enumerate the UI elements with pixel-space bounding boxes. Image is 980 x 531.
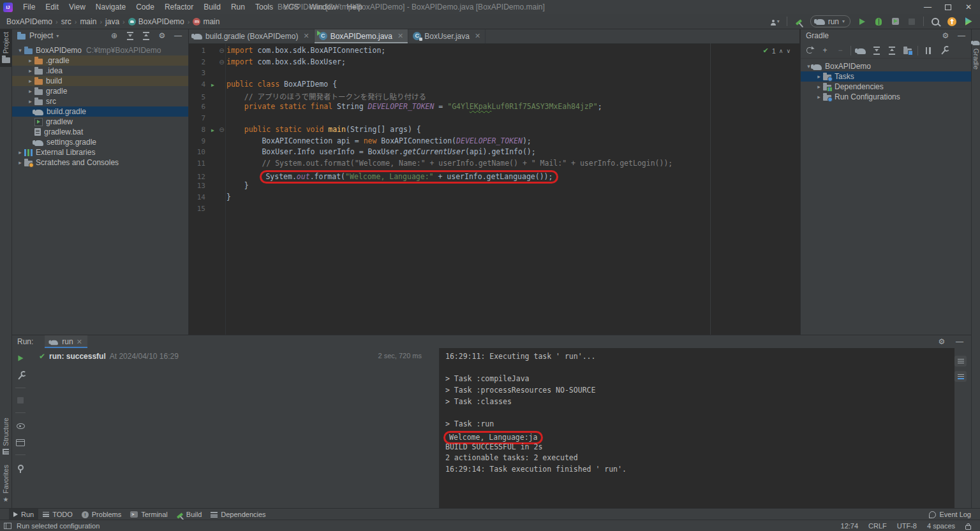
gradle-hide-button[interactable]: — [956,31,967,41]
code-line[interactable]: 1⊖import com.box.sdk.BoxAPIConnection; [189,46,799,57]
search-everywhere-button[interactable] [930,17,940,27]
close-icon[interactable]: ✕ [397,32,403,40]
menu-item-build[interactable]: Build [198,0,226,14]
run-console[interactable]: 16:29:11: Executing task ' run'...> Task… [439,348,954,509]
code-line[interactable]: 11 // System.out.format("Welcome, Name:"… [189,159,799,170]
stripe-tab-project[interactable]: Project [0,29,11,67]
project-tree-item-idea[interactable]: ▸.idea [12,66,188,76]
breadcrumb-item-boxapidemo[interactable]: BoxAPIDemo [5,17,54,26]
hide-panel-button[interactable]: — [173,31,183,41]
gradle-collapse-all-button[interactable] [887,45,897,55]
soft-wrap-button[interactable] [954,356,967,367]
breadcrumb-item-main[interactable]: main [191,17,221,26]
event-log-button[interactable]: Event Log [929,511,971,518]
console-layout-button[interactable] [15,437,26,447]
fold-icon[interactable]: ⊖ [217,126,226,133]
code-line[interactable]: 10 BoxUser.Info userInfo = BoxUser.getCu… [189,147,799,159]
close-icon[interactable]: ✕ [77,338,82,346]
code-line[interactable]: 4▶public class BoxAPIDemo { [189,80,799,91]
toolwindow-button-dependencies[interactable]: Dependencies [206,509,270,520]
code-line[interactable]: 12 System.out.format("Welcome, Language:… [189,170,799,182]
minimize-button[interactable]: — [917,0,938,14]
pin-tab-button[interactable] [15,462,26,472]
collapse-all-button[interactable] [141,31,151,41]
menu-item-code[interactable]: Code [131,0,160,14]
stripe-tab-favorites[interactable]: Favorites ★ [2,465,10,503]
toolwindow-button-terminal[interactable]: Terminal [126,509,172,520]
toolwindow-button-build[interactable]: Build [172,509,206,520]
breadcrumb-item-main[interactable]: main [78,17,98,26]
code-viewport[interactable]: 1⊖import com.box.sdk.BoxAPIConnection;2⊖… [189,43,799,335]
line-separator[interactable]: CRLF [868,522,887,530]
gradle-settings-button[interactable]: ⚙ [940,31,951,41]
close-icon[interactable]: ✕ [303,32,309,40]
menu-item-tools[interactable]: Tools [250,0,278,14]
gradle-refresh-button[interactable] [805,45,815,55]
settings-button[interactable]: ⚙ [157,31,167,41]
gradle-attach-button[interactable]: + [820,45,830,55]
menu-item-refactor[interactable]: Refactor [160,0,198,14]
project-tree-item-gradlew-bat[interactable]: gradlew.bat [12,127,188,137]
run-config-select[interactable]: run ▾ [810,15,850,27]
run-tab[interactable]: run ✕ [45,335,87,348]
stripe-tab-gradle[interactable]: Gradle [972,39,980,69]
rerun-button[interactable] [15,353,26,363]
breadcrumb-item-boxapidemo[interactable]: BoxAPIDemo [127,17,186,26]
project-tree-item-build-gradle[interactable]: build.gradle [12,106,188,117]
code-line[interactable]: 3 [189,68,799,80]
project-tree-item-src[interactable]: ▸src [12,96,188,106]
project-tree-item-settings-gradle[interactable]: settings.gradle [12,137,188,147]
project-tree-item-external-libraries[interactable]: ▸External Libraries [12,147,188,157]
menu-item-navigate[interactable]: Navigate [91,0,131,14]
project-tree-item-boxapidemo[interactable]: ▾BoxAPIDemoC:¥tmp¥BoxAPIDemo [12,45,188,55]
app-icon[interactable]: IJ [3,3,13,12]
run-gutter-icon[interactable]: ▶ [209,127,217,133]
inspection-widget[interactable]: ✔ 1 ∧ ∨ [762,47,791,55]
project-panel-title[interactable]: Project [29,31,53,40]
locate-file-button[interactable]: ⊕ [109,31,119,41]
project-tree-item-build[interactable]: ▸build [12,76,188,86]
project-tree-item-gradlew[interactable]: gradlew [12,117,188,127]
coverage-button[interactable] [890,17,900,27]
indent-setting[interactable]: 4 spaces [927,522,955,530]
run-result-row[interactable]: ✔ run: successful At 2024/04/10 16:29 2 … [39,352,422,361]
editor-tab-boxapidemo-java[interactable]: BoxAPIDemo.java✕ [315,29,409,43]
project-tree-item-gradle[interactable]: ▸.gradle [12,55,188,66]
show-passed-button[interactable] [15,420,26,430]
scroll-to-end-button[interactable] [954,371,967,382]
breadcrumb-item-java[interactable]: java [104,17,121,26]
gradle-offline-mode-button[interactable] [923,45,933,55]
stop-process-button[interactable] [15,395,26,405]
toolwindow-button-run[interactable]: Run [9,509,38,520]
code-line[interactable]: 2⊖import com.box.sdk.BoxUser; [189,57,799,69]
editor-tab-build-gradle-boxapidemo[interactable]: build.gradle (BoxAPIDemo)✕ [189,29,315,43]
editor-tab-boxuser-java[interactable]: BoxUser.java✕ [408,29,486,43]
breadcrumb-item-src[interactable]: src [60,17,73,26]
code-line[interactable]: 7 [189,113,799,125]
project-tree-item-gradle[interactable]: ▸gradle [12,86,188,96]
gradle-tree-item-dependencies[interactable]: ▸Dependencies [801,82,972,92]
codewithme-users-button[interactable]: ▾ [770,17,780,27]
gradle-group-modules-button[interactable] [902,45,912,55]
update-notification-button[interactable] [947,17,957,27]
fold-icon[interactable]: ⊖ [217,47,226,54]
toolwindow-button-todo[interactable]: TODO [38,509,77,520]
caret-position[interactable]: 12:74 [841,522,859,530]
fold-icon[interactable]: ⊖ [217,59,226,66]
close-icon[interactable]: ✕ [475,32,480,40]
debug-button[interactable] [873,17,884,27]
gradle-tree-item-boxapidemo[interactable]: ▾BoxAPIDemo [801,61,972,71]
gradle-expand-all-button[interactable] [872,45,882,55]
menu-item-run[interactable]: Run [226,0,250,14]
stop-button[interactable] [907,17,917,27]
maximize-button[interactable] [938,0,958,14]
code-line[interactable]: 8▶⊖ public static void main(String[] arg… [189,125,799,136]
code-line[interactable]: 9 BoxAPIConnection api = new BoxAPIConne… [189,136,799,148]
toolwindow-button-problems[interactable]: Problems [77,509,126,520]
expand-all-button[interactable] [125,31,135,41]
prev-problem-icon[interactable]: ∧ [779,48,783,54]
menu-item-file[interactable]: File [18,0,40,14]
stripe-tab-structure[interactable]: Structure [2,418,10,455]
run-gutter-icon[interactable]: ▶ [209,82,217,88]
next-problem-icon[interactable]: ∨ [786,48,791,54]
